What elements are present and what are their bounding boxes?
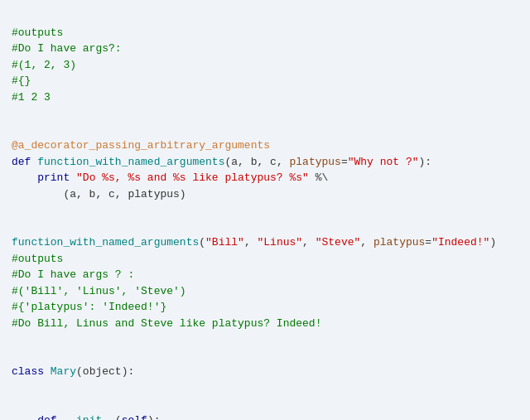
line-12-args: ( (199, 236, 205, 249)
line-21-close: ): (147, 414, 161, 421)
line-21-def: def (37, 414, 63, 421)
line-19-base: (object): (76, 365, 134, 378)
line-12-s2: "Linus" (257, 236, 302, 249)
line-7-decorator: @a_decorator_passing_arbitrary_arguments (12, 139, 270, 152)
code-block: #outputs #Do I have args?: #(1, 2, 3) #{… (12, 8, 518, 420)
line-19-classname: Mary (51, 365, 76, 378)
code-container: #outputs #Do I have args?: #(1, 2, 3) #{… (0, 0, 530, 420)
line-17: #Do Bill, Linus and Steve like platypus?… (12, 317, 321, 330)
line-16: #{'platypus': 'Indeed!'} (12, 301, 166, 313)
line-5: #1 2 3 (12, 91, 51, 104)
line-9-print: print (37, 171, 76, 184)
line-19-class: class (12, 365, 51, 378)
line-8-param: platypus (289, 156, 340, 168)
line-12-s1: "Bill" (205, 236, 244, 249)
line-21-init: __init__ (63, 414, 114, 421)
line-12-s4: "Indeed!" (431, 236, 489, 249)
line-21-paren: ( (115, 414, 122, 421)
line-12-comma1: , (244, 236, 258, 249)
line-21-self: self (122, 414, 147, 421)
line-10: (a, b, c, platypus) (12, 188, 186, 200)
line-15: #('Bill', 'Linus', 'Steve') (12, 285, 186, 297)
line-12-close: ) (489, 236, 496, 249)
line-12-eq: = (425, 236, 431, 249)
line-8-str: "Why not ?" (348, 156, 419, 168)
line-12-call: function_with_named_arguments (12, 236, 199, 249)
line-4: #{} (12, 75, 31, 87)
line-8-fname: function_with_named_arguments (37, 156, 224, 168)
line-12-comma2: , (302, 236, 316, 249)
line-12-s3: "Steve" (316, 236, 361, 249)
line-9-indent (12, 171, 37, 184)
line-9-str: "Do %s, %s and %s like platypus? %s" (76, 171, 309, 184)
line-12-comma3: , (360, 236, 373, 249)
line-13: #outputs (12, 253, 63, 265)
line-8-end: ): (419, 156, 432, 168)
line-8-eq: = (341, 156, 348, 168)
line-3: #(1, 2, 3) (12, 59, 76, 71)
line-8-args: (a, b, c, (224, 156, 289, 168)
line-20-blank (12, 414, 37, 421)
line-8-def: def (12, 156, 37, 168)
line-1: #outputs (12, 27, 63, 39)
line-2: #Do I have args?: (12, 42, 122, 55)
line-9-rest: %\ (309, 171, 328, 184)
line-14: #Do I have args ? : (12, 268, 134, 281)
line-12-named: platypus (373, 236, 425, 249)
